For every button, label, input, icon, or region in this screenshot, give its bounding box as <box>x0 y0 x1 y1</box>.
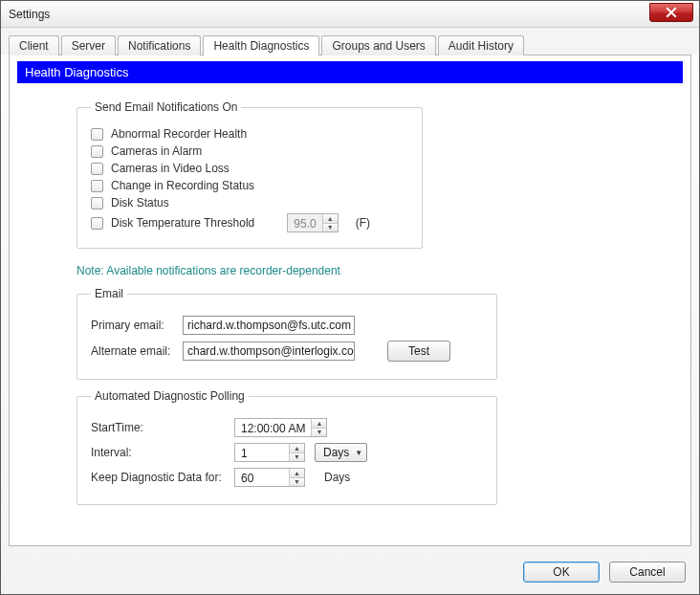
group-email: Email Primary email: richard.w.thompson@… <box>77 287 497 380</box>
primary-email-input[interactable]: richard.w.thompson@fs.utc.com <box>183 316 355 335</box>
checkbox-label: Change in Recording Status <box>111 179 254 192</box>
threshold-spinner: 95.0 ▲ ▼ <box>287 213 338 232</box>
checkbox-label: Cameras in Video Loss <box>111 162 230 175</box>
window-title: Settings <box>9 8 50 21</box>
test-button[interactable]: Test <box>387 341 450 362</box>
chevron-down-icon: ▼ <box>355 449 362 457</box>
note-text: Note: Available notifications are record… <box>77 264 683 277</box>
titlebar: Settings <box>1 1 699 28</box>
cancel-button[interactable]: Cancel <box>609 562 686 583</box>
tab-notifications[interactable]: Notifications <box>118 35 201 55</box>
spinner-down-icon[interactable]: ▼ <box>290 453 304 462</box>
page-title: Health Diagnostics <box>17 61 683 83</box>
keep-data-label: Keep Diagnostic Data for: <box>91 471 225 484</box>
group-send-notifications: Send Email Notifications On Abnormal Rec… <box>77 100 423 249</box>
alternate-email-input[interactable]: chard.w.thompson@interlogix.com <box>183 342 355 361</box>
ok-button[interactable]: OK <box>523 562 600 583</box>
tab-client[interactable]: Client <box>9 35 59 55</box>
threshold-unit: (F) <box>356 216 370 230</box>
spinner-up-icon[interactable]: ▲ <box>290 469 304 478</box>
tabstrip: Client Server Notifications Health Diagn… <box>1 28 699 55</box>
tab-groups-and-users[interactable]: Groups and Users <box>321 35 435 55</box>
checkbox-cameras-in-alarm[interactable] <box>91 145 103 158</box>
checkbox-label: Cameras in Alarm <box>111 144 202 158</box>
group-legend-notify: Send Email Notifications On <box>91 100 241 114</box>
spinner-arrows: ▲ ▼ <box>322 214 338 231</box>
checkbox-abnormal-recorder-health[interactable] <box>91 128 103 141</box>
spinner-up-icon: ▲ <box>323 214 338 224</box>
checkbox-change-in-recording-status[interactable] <box>91 180 103 192</box>
interval-label: Interval: <box>91 446 225 459</box>
keep-data-unit: Days <box>324 471 350 484</box>
close-button[interactable] <box>649 3 693 22</box>
tab-server[interactable]: Server <box>61 35 116 55</box>
spinner-up-icon[interactable]: ▲ <box>312 419 326 429</box>
spinner-down-icon: ▼ <box>323 224 338 232</box>
group-polling: Automated Diagnostic Polling StartTime: … <box>77 389 497 505</box>
threshold-value: 95.0 <box>288 214 321 231</box>
keep-data-spinner[interactable]: 60 ▲▼ <box>234 468 305 487</box>
tab-audit-history[interactable]: Audit History <box>438 35 524 55</box>
keep-data-value: 60 <box>235 469 289 486</box>
close-icon <box>666 7 677 18</box>
checkbox-label: Abnormal Recorder Health <box>111 127 247 141</box>
group-legend-poll: Automated Diagnostic Polling <box>91 389 249 403</box>
interval-unit-combo[interactable]: Days ▼ <box>315 443 367 462</box>
start-time-value: 12:00:00 AM <box>235 419 311 436</box>
interval-value: 1 <box>235 444 289 461</box>
settings-window: Settings Client Server Notifications Hea… <box>0 0 700 595</box>
spinner-up-icon[interactable]: ▲ <box>290 444 304 453</box>
group-legend-email: Email <box>91 287 127 300</box>
alternate-email-label: Alternate email: <box>91 344 173 358</box>
checkbox-label: Disk Status <box>111 196 169 209</box>
dialog-footer: OK Cancel <box>1 554 699 594</box>
interval-spinner[interactable]: 1 ▲▼ <box>234 443 305 462</box>
start-time-label: StartTime: <box>91 421 225 434</box>
checkbox-disk-status[interactable] <box>91 197 103 209</box>
start-time-spinner[interactable]: 12:00:00 AM ▲▼ <box>234 418 327 437</box>
tab-health-diagnostics[interactable]: Health Diagnostics <box>203 35 319 56</box>
spinner-down-icon[interactable]: ▼ <box>312 429 326 437</box>
interval-unit-value: Days <box>323 446 349 459</box>
checkbox-disk-temperature-threshold[interactable] <box>91 217 103 230</box>
primary-email-label: Primary email: <box>91 319 173 332</box>
tab-content: Health Diagnostics Send Email Notificati… <box>9 55 691 546</box>
checkbox-label: Disk Temperature Threshold <box>111 216 254 230</box>
spinner-down-icon[interactable]: ▼ <box>290 478 304 487</box>
checkbox-cameras-in-video-loss[interactable] <box>91 163 103 175</box>
